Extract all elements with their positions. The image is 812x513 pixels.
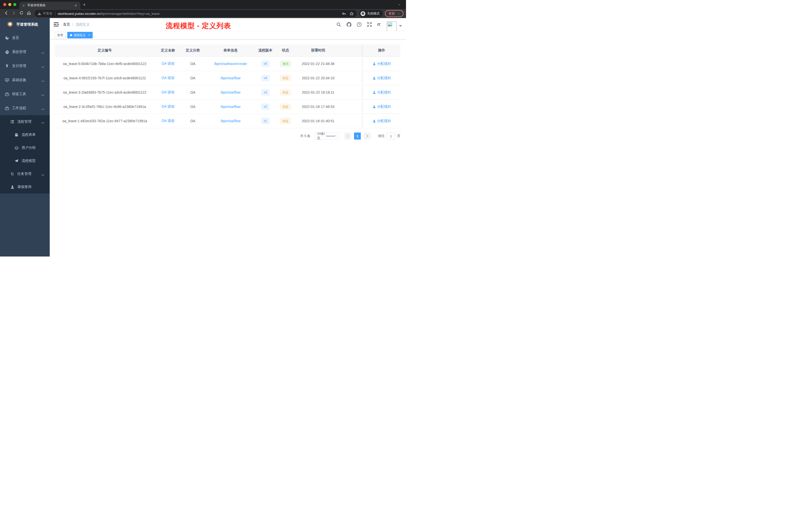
sidebar-item-process-model[interactable]: 流程模型 bbox=[0, 154, 50, 168]
form-link[interactable]: /bpm/oa/flow bbox=[221, 105, 240, 109]
user-avatar[interactable] bbox=[387, 21, 402, 31]
definition-name-link[interactable]: OA 请假 bbox=[162, 61, 174, 66]
back-icon[interactable] bbox=[2, 11, 10, 17]
sidebar-item-leave-query[interactable]: 请假查询 bbox=[0, 180, 50, 193]
font-size-icon[interactable]: tT bbox=[377, 22, 380, 27]
fullscreen-icon[interactable] bbox=[367, 22, 372, 27]
reload-icon[interactable] bbox=[18, 11, 25, 16]
form-link[interactable]: /bpm/oa/leave/create bbox=[214, 62, 247, 66]
avatar-dropdown-caret-icon[interactable] bbox=[399, 25, 402, 27]
tag-label: 流程定义 bbox=[74, 33, 86, 37]
sidebar-item-label: 首页 bbox=[12, 36, 19, 40]
url-domain: dashboard.yudao.iocoder.cn bbox=[58, 12, 100, 16]
form-link[interactable]: /bpm/oa/flow bbox=[221, 76, 240, 80]
url-path: /bpm/manager/definition?key=oa_leave bbox=[100, 12, 160, 16]
definition-id: oa_leave:1:482ec033-762a-11ec-8477-a2380… bbox=[55, 114, 155, 128]
goto-page-input[interactable] bbox=[387, 132, 395, 140]
definition-category: OA bbox=[181, 71, 204, 85]
sidebar-item-process-management[interactable]: 流程管理 bbox=[0, 115, 50, 128]
chevron-down-icon bbox=[41, 51, 44, 55]
browser-menu-dots-icon[interactable]: ⋮ bbox=[397, 12, 401, 15]
sidebar-fold-icon[interactable] bbox=[54, 22, 58, 27]
sidebar-item-label: 系统管理 bbox=[12, 50, 26, 54]
url-text[interactable]: dashboard.yudao.iocoder.cn/bpm/manager/d… bbox=[58, 12, 339, 16]
sidebar-item-system[interactable]: 系统管理 bbox=[0, 45, 50, 59]
security-warning-icon bbox=[38, 12, 41, 15]
assign-rule-button[interactable]: 分配规则 bbox=[373, 104, 391, 109]
col-header-actions: 操作 bbox=[362, 44, 401, 57]
chevron-down-icon bbox=[41, 65, 44, 69]
browser-update-button[interactable]: 更新 ⋮ bbox=[385, 10, 404, 17]
sidebar-item-infrastructure[interactable]: 基础设施 bbox=[0, 73, 50, 87]
url-bar[interactable]: 不安全 dashboard.yudao.iocoder.cn/bpm/manag… bbox=[35, 10, 357, 17]
broken-avatar-image bbox=[387, 21, 397, 31]
active-tag-dot bbox=[70, 34, 72, 36]
definition-name-link[interactable]: OA 请假 bbox=[162, 76, 174, 80]
sidebar: 芋道管理系统 首页 系统管理 ¥ 支付管理 基础设施 bbox=[0, 18, 50, 256]
sidebar-item-label: 用户分组 bbox=[22, 146, 36, 150]
next-page-button[interactable] bbox=[364, 132, 371, 140]
sidebar-item-user-group[interactable]: 用户分组 bbox=[0, 141, 50, 154]
definition-name-link[interactable]: OA 请假 bbox=[162, 119, 174, 123]
sidebar-item-workflow[interactable]: 工作流程 bbox=[0, 101, 50, 115]
sidebar-item-payment[interactable]: ¥ 支付管理 bbox=[0, 59, 50, 73]
minimize-window-button[interactable] bbox=[8, 3, 11, 6]
chevron-up-icon bbox=[41, 120, 44, 124]
deploy-time: 2022-01-22 20:34:10 bbox=[297, 71, 340, 85]
definition-name-link[interactable]: OA 请假 bbox=[162, 104, 174, 109]
sidebar-item-process-form[interactable]: 流程表单 bbox=[0, 128, 50, 141]
breadcrumb-separator: / bbox=[72, 23, 73, 27]
sidebar-item-home[interactable]: 首页 bbox=[0, 31, 50, 45]
tag-home[interactable]: 首页 bbox=[55, 32, 66, 38]
version-badge: v4 bbox=[261, 75, 270, 81]
app-logo-image bbox=[6, 22, 13, 27]
prev-page-button[interactable] bbox=[344, 132, 351, 140]
sidebar-item-label: 研发工具 bbox=[12, 92, 26, 96]
col-header-form: 表单信息 bbox=[204, 44, 257, 57]
home-icon[interactable] bbox=[25, 11, 33, 17]
definition-category: OA bbox=[181, 100, 204, 114]
forward-icon[interactable] bbox=[10, 11, 18, 17]
github-icon[interactable] bbox=[347, 22, 351, 27]
version-badge: v1 bbox=[261, 118, 270, 124]
page-size-select[interactable]: 10条/页 bbox=[314, 132, 338, 140]
assign-rule-button[interactable]: 分配规则 bbox=[373, 76, 391, 80]
chevron-down-icon bbox=[41, 79, 44, 83]
assign-rule-button[interactable]: 分配规则 bbox=[373, 90, 391, 95]
password-key-icon[interactable] bbox=[342, 11, 346, 16]
assign-rule-label: 分配规则 bbox=[377, 104, 391, 109]
sidebar-logo[interactable]: 芋道管理系统 bbox=[0, 18, 50, 31]
assign-user-icon bbox=[373, 105, 376, 109]
search-icon[interactable] bbox=[336, 22, 341, 27]
zoom-window-button[interactable] bbox=[13, 3, 16, 6]
tag-process-definition[interactable]: 流程定义 × bbox=[67, 32, 93, 38]
table-row: oa_leave:1:482ec033-762a-11ec-8477-a2380… bbox=[55, 114, 401, 128]
page-size-value: 10条/页 bbox=[317, 131, 325, 141]
form-link[interactable]: /bpm/oa/flow bbox=[221, 119, 240, 123]
form-link[interactable]: /bpm/oa/flow bbox=[221, 90, 240, 94]
col-header-filler bbox=[340, 44, 362, 57]
tab-close-icon[interactable]: × bbox=[74, 3, 78, 8]
assign-rule-button[interactable]: 分配规则 bbox=[373, 61, 391, 66]
pagination: 共 5 条 10条/页 1 前往 页 bbox=[55, 132, 401, 140]
breadcrumb: 首页 / 流程定义 bbox=[63, 22, 90, 27]
close-window-button[interactable] bbox=[3, 3, 6, 6]
bookmark-star-icon[interactable] bbox=[349, 11, 354, 16]
new-tab-button[interactable]: + bbox=[83, 2, 86, 7]
col-header-version: 流程版本 bbox=[257, 44, 274, 57]
assign-rule-button[interactable]: 分配规则 bbox=[373, 119, 391, 123]
security-label[interactable]: 不安全 bbox=[43, 11, 53, 16]
tab-search-chevron-icon[interactable]: ⌄ bbox=[398, 2, 401, 6]
sidebar-item-dev-tools[interactable]: 研发工具 bbox=[0, 87, 50, 101]
tag-close-icon[interactable]: × bbox=[88, 33, 90, 37]
sidebar-item-label: 基础设施 bbox=[12, 78, 26, 82]
help-icon[interactable]: ? bbox=[357, 22, 362, 27]
page-number-button[interactable]: 1 bbox=[354, 132, 361, 140]
definition-name-link[interactable]: OA 请假 bbox=[162, 90, 174, 95]
filler-cell bbox=[340, 57, 362, 71]
definition-id: oa_leave:5:004b710b-7b8a-11ec-8ef0-acde4… bbox=[55, 57, 155, 71]
sidebar-item-task-management[interactable]: 任务管理 bbox=[0, 168, 50, 180]
breadcrumb-home[interactable]: 首页 bbox=[63, 22, 70, 27]
window-controls[interactable] bbox=[3, 3, 16, 6]
browser-tab[interactable]: 芋道管理系统 × bbox=[19, 2, 80, 9]
